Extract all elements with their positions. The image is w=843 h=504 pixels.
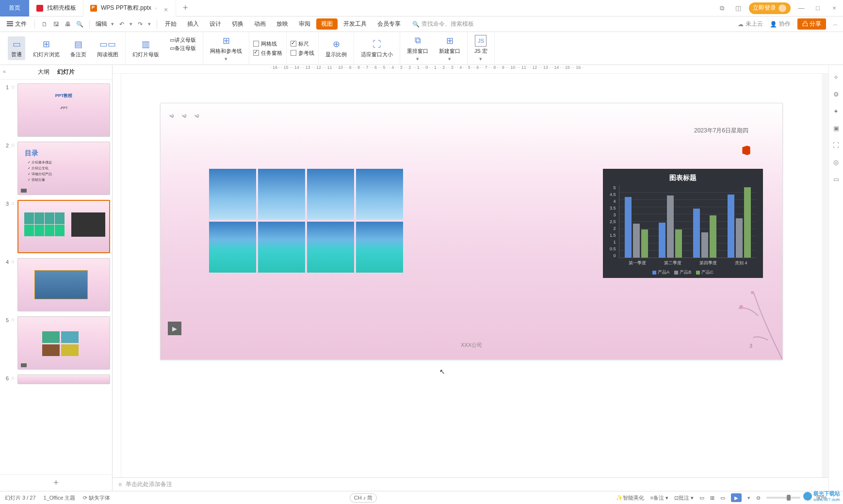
settings-icon[interactable]: ⚙ [833, 91, 839, 98]
tab-start[interactable]: 开始 [160, 17, 181, 31]
search-input[interactable]: 🔍 查找命令、搜索模板 [412, 20, 474, 28]
thumbnail-4[interactable] [17, 258, 110, 311]
slideshow-play-button[interactable]: ▶ [731, 493, 742, 502]
tab-document[interactable]: WPS PPT教程.pptx ▫ × [83, 0, 176, 16]
star-icon[interactable]: ☆ [11, 200, 16, 206]
zoom-ratio-button[interactable]: ⊕显示比例 [323, 36, 350, 60]
star-icon[interactable]: ☆ [11, 258, 16, 264]
tab-slides[interactable]: 幻灯片 [57, 68, 75, 76]
notes-bar[interactable]: ≡ 单击此处添加备注 [113, 477, 828, 491]
image-grid[interactable] [209, 169, 403, 273]
thumbnail-3[interactable] [17, 200, 110, 253]
play-media-icon[interactable]: ▶ [168, 322, 181, 335]
close-icon[interactable]: × [164, 6, 169, 11]
collab-button[interactable]: 👤协作 [770, 20, 791, 28]
star-icon[interactable]: ☆ [11, 374, 16, 381]
ruler-checkbox[interactable]: 标尺 [291, 40, 309, 48]
file-menu[interactable]: 文件 [5, 20, 29, 28]
tab-transition[interactable]: 切换 [227, 17, 248, 31]
slide-canvas[interactable]: ༄ ༄ ༄ 2023年7月6日星期四 [160, 103, 783, 360]
notes-collapse-icon[interactable]: ≡ [118, 481, 122, 488]
sparkle-icon[interactable]: ✦ [833, 108, 839, 115]
collapse-ribbon-icon[interactable]: ︿ [833, 20, 838, 28]
grid-image[interactable] [307, 169, 354, 220]
grid-image[interactable] [258, 169, 305, 220]
undo-icon[interactable]: ↶ [118, 20, 126, 28]
zoom-out-icon[interactable]: ⊖ [756, 495, 761, 501]
star-icon[interactable]: ☆ [11, 316, 16, 323]
thumbnail-6[interactable] [17, 374, 110, 384]
view-notes-page-button[interactable]: ▤备注页 [67, 36, 89, 60]
new-tab-button[interactable]: + [176, 3, 195, 13]
grid-image[interactable] [209, 222, 256, 273]
view-reading-icon[interactable]: ▭ [720, 495, 725, 501]
layout-icon[interactable]: ⧉ [716, 4, 728, 12]
tab-design[interactable]: 设计 [205, 17, 226, 31]
grid-image[interactable] [356, 169, 403, 220]
grid-image[interactable] [307, 222, 354, 273]
slide-viewport[interactable]: ༄ ༄ ༄ 2023年7月6日星期四 [121, 74, 822, 477]
tab-templates[interactable]: 找稻壳模板 [30, 0, 83, 16]
tab-outline[interactable]: 大纲 [38, 68, 49, 76]
vertical-scrollbar[interactable] [822, 74, 828, 477]
tab-animation[interactable]: 动画 [249, 17, 271, 31]
missing-fonts[interactable]: ⟳ 缺失字体 [83, 494, 110, 502]
task-pane-checkbox[interactable]: 任务窗格 [253, 49, 282, 57]
view-normal-icon[interactable]: ▭ [699, 495, 704, 501]
grid-image[interactable] [258, 222, 305, 273]
edit-menu[interactable]: 编辑 [96, 20, 107, 28]
chart[interactable]: 图表标题 54.543.532.521.510.50 第一季度第二季度第四季度类… [603, 169, 763, 278]
minimize-icon[interactable]: — [795, 4, 807, 12]
fit-window-button[interactable]: ⛶适应窗口大小 [358, 36, 396, 60]
rearrange-window-button[interactable]: ⧉重排窗口▾ [404, 33, 431, 64]
login-button[interactable]: 立即登录 [749, 2, 791, 14]
layers-icon[interactable]: ▣ [833, 125, 839, 132]
tab-menu-icon[interactable]: ▫ [155, 5, 157, 11]
tab-slideshow[interactable]: 放映 [272, 17, 293, 31]
print-icon[interactable]: 🖶 [64, 20, 72, 28]
cloud-button[interactable]: ☁未上云 [738, 20, 763, 28]
theme-name[interactable]: 1_Office 主题 [44, 494, 76, 502]
grid-icon[interactable]: ◫ [732, 4, 744, 12]
share-button[interactable]: 凸 分享 [797, 18, 826, 30]
thumbnail-5[interactable] [17, 316, 110, 370]
view-slide-browse-button[interactable]: ⊞幻灯片浏览 [30, 36, 63, 60]
tab-view[interactable]: 视图 [316, 18, 338, 30]
preview-icon[interactable]: 🔍 [76, 20, 83, 28]
lecture-master-button[interactable]: ▭讲义母版▭备注母版 [167, 36, 199, 60]
star-icon[interactable]: ☆ [11, 142, 16, 148]
tab-review[interactable]: 审阅 [294, 17, 315, 31]
language-indicator[interactable]: CH ♪ 简 [350, 493, 377, 503]
star-icon[interactable]: ☆ [11, 83, 16, 90]
grid-image[interactable] [356, 222, 403, 273]
add-slide-button[interactable]: + [0, 474, 112, 491]
image-icon[interactable]: ⛶ [833, 142, 839, 149]
guides-checkbox[interactable]: 参考线 [291, 49, 314, 57]
new-icon[interactable]: 🗋 [41, 20, 49, 28]
thumbnail-2[interactable]: 目录 ✓ 介绍基本信息 ✓ 介绍公文化 ✓ 详细介绍产品 ✓ 营销方案 [17, 142, 110, 195]
save-icon[interactable]: 🖫 [52, 20, 60, 28]
notes-toggle[interactable]: ≡备注 ▾ [650, 494, 668, 502]
view-normal-button[interactable]: ▭普通 [8, 36, 25, 60]
tab-member[interactable]: 会员专享 [373, 17, 405, 31]
thumbnail-1[interactable]: PPT教程 -PPT [17, 83, 110, 137]
location-icon[interactable]: ◎ [833, 159, 839, 166]
tab-developer[interactable]: 开发工具 [339, 17, 372, 31]
view-reading-button[interactable]: ▭▭阅读视图 [94, 36, 121, 60]
js-macro-button[interactable]: JSJS 宏▾ [471, 33, 490, 64]
gridlines-checkbox[interactable]: 网格线 [253, 40, 277, 48]
close-window-icon[interactable]: × [828, 4, 840, 12]
smart-beautify-button[interactable]: ✨智能美化 [616, 494, 644, 502]
maximize-icon[interactable]: □ [812, 4, 824, 12]
grid-guides-button[interactable]: ⊞网格和参考线▾ [207, 33, 245, 64]
zoom-slider[interactable] [766, 497, 800, 499]
grid-image[interactable] [209, 169, 256, 220]
tab-home[interactable]: 首页 [0, 0, 30, 16]
new-window-button[interactable]: ⊞新建窗口▾ [436, 33, 463, 64]
tab-insert[interactable]: 插入 [182, 17, 204, 31]
redo-icon[interactable]: ↷ [136, 20, 144, 28]
book-icon[interactable]: ▭ [833, 176, 839, 183]
rocket-icon[interactable]: ✧ [833, 74, 839, 81]
comments-toggle[interactable]: ⊡批注 ▾ [674, 494, 694, 502]
view-sorter-icon[interactable]: ⊞ [710, 495, 714, 501]
